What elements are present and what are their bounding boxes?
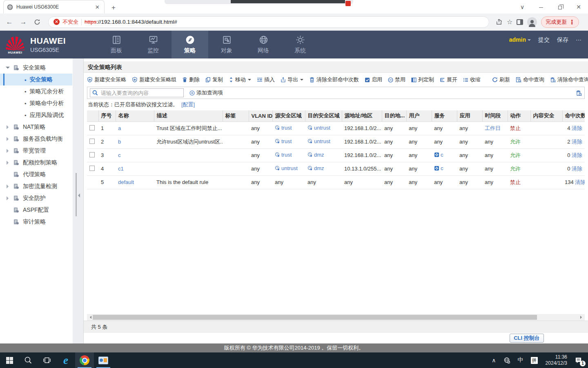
app-taskbar-button[interactable] [94,352,113,368]
column-custom-button[interactable]: 列定制 [411,76,434,83]
search-box[interactable] [90,88,184,97]
sidebar-subitem[interactable]: 应用风险调优 [0,109,72,121]
browser-tab[interactable]: Huawei USG6300E ✕ [3,0,105,13]
nav-dashboard[interactable]: 面板 [98,31,135,58]
policy-name-link[interactable]: a [118,125,121,131]
clear-hits-link[interactable]: 清除 [572,152,582,158]
column-header[interactable]: 用户 [406,110,432,121]
insert-button[interactable]: 插入 [257,76,275,83]
refresh-button[interactable]: 刷新 [492,76,510,83]
sidebar-subitem[interactable]: 策略冗余分析 [0,85,72,97]
horizontal-scrollbar[interactable] [87,314,585,321]
column-header[interactable]: 源安全区域 [272,110,305,121]
zone-link[interactable]: trust [281,125,292,131]
sidebar-item[interactable]: NAT策略 [0,121,83,133]
zone-link[interactable]: dmz [314,165,324,171]
tab-close-icon[interactable]: ✕ [94,4,101,10]
column-header[interactable]: 目的安全区域 [305,110,342,121]
column-header[interactable]: 名称 [116,110,154,121]
sidebar-item[interactable]: 带宽管理 [0,145,83,157]
share-icon[interactable] [496,18,503,25]
zone-link[interactable]: untrust [314,138,330,144]
enable-button[interactable]: 启用 [365,76,382,83]
sidebar-item[interactable]: 代理策略 [0,168,83,180]
not-secure-icon[interactable]: ✕ [53,19,60,25]
update-chrome-button[interactable]: 完成更新 ••• [541,16,579,28]
browser-menu-icon[interactable]: ••• [571,19,573,25]
collapse-button[interactable]: 收缩 [463,76,481,83]
start-button[interactable] [0,352,19,368]
zone-link[interactable]: dmz [314,152,324,158]
row-checkbox[interactable] [89,125,95,130]
window-close-button[interactable]: ✕ [569,4,588,10]
network-tray-icon[interactable] [500,352,514,368]
ime-mode-button[interactable]: 拼 [527,352,541,368]
clear-hits-link[interactable]: 清除 [572,125,582,131]
column-header[interactable]: 时间段 [482,110,508,121]
column-header[interactable]: 动作 [508,110,530,121]
internet-explorer-button[interactable]: e [56,352,75,368]
nav-system[interactable]: 系统 [282,31,318,58]
column-header[interactable]: 描述 [154,110,223,121]
taskbar-search-button[interactable] [19,352,38,368]
more-menu-icon[interactable]: ··· [576,36,581,43]
column-header[interactable]: VLAN ID [249,110,272,121]
row-checkbox[interactable] [89,139,95,144]
clear-search-icon[interactable] [576,90,582,96]
side-panel-icon[interactable] [517,19,523,25]
nav-monitor[interactable]: 监控 [135,31,172,58]
column-header[interactable]: 应用 [457,110,482,121]
show-hidden-icons-button[interactable]: ∧ [488,352,499,368]
clear-hit-query-button[interactable]: 清除命中查询 [550,76,588,83]
nav-policy[interactable]: 策略 [172,31,208,58]
expand-button[interactable]: 展开 [440,76,457,83]
column-header[interactable]: 命中次数 [562,110,585,121]
hit-query-button[interactable]: 命中查询 [516,76,544,83]
policy-name-link[interactable]: c [118,152,121,158]
clear-hits-link[interactable]: 清除 [572,166,582,172]
column-header[interactable]: 序号 [98,110,116,121]
column-header[interactable]: 源地址/地区 [342,110,382,121]
sidebar-item[interactable]: 配额控制策略 [0,157,83,168]
clear-hits-link[interactable]: 清除 [575,179,585,185]
column-header[interactable]: 内容安全 [530,110,562,121]
export-button[interactable]: 导出 [281,76,303,83]
window-minimize-button[interactable] [532,4,550,10]
policy-name-link[interactable]: b [118,139,121,145]
expand-arrow-icon[interactable] [7,184,11,188]
task-view-button[interactable] [38,352,56,368]
add-query-button[interactable]: 添加查询项 [189,89,223,96]
scroll-left-arrow-icon[interactable] [88,316,91,319]
policy-name-link[interactable]: c1 [118,166,124,172]
zone-link[interactable]: trust [281,152,292,158]
config-link[interactable]: [配置] [181,101,195,108]
delete-button[interactable]: 删除 [182,76,200,83]
move-button[interactable]: 移动 [229,76,251,83]
row-checkbox[interactable] [89,152,95,157]
sidebar-item[interactable]: 安全策略 [0,62,83,74]
copy-button[interactable]: 复制 [205,76,223,83]
sidebar-item[interactable]: ASPF配置 [0,204,83,216]
column-header[interactable]: 服务 [432,110,457,121]
time-range-link[interactable]: 工作日 [485,125,501,131]
taskbar-clock[interactable]: 11:36 2024/12/3 [541,354,571,366]
sidebar-item[interactable]: 服务器负载均衡 [0,133,83,145]
row-checkbox[interactable] [89,166,95,171]
expand-arrow-icon[interactable] [7,125,11,129]
sidebar-item[interactable]: 加密流量检测 [0,180,83,192]
expand-arrow-icon[interactable] [7,161,11,165]
url-text[interactable]: https://192.168.0.1:8443/default.html# [85,19,177,25]
service-link[interactable]: c [441,152,443,158]
expand-arrow-icon[interactable] [7,196,11,200]
column-header[interactable]: 目的地... [382,110,406,121]
chrome-taskbar-button[interactable] [75,352,94,368]
sidebar-subitem[interactable]: 安全策略 [0,74,72,85]
save-button[interactable]: 保存 [557,36,568,44]
policy-name-link[interactable]: default [118,179,134,185]
sidebar-item[interactable]: 安全防护 [0,192,83,204]
sidebar-item[interactable]: 审计策略 [0,216,83,228]
expand-arrow-icon[interactable] [7,149,11,153]
reload-button[interactable] [31,16,43,28]
user-menu[interactable]: admin [509,36,531,43]
sidebar-subitem[interactable]: 策略命中分析 [0,97,72,109]
